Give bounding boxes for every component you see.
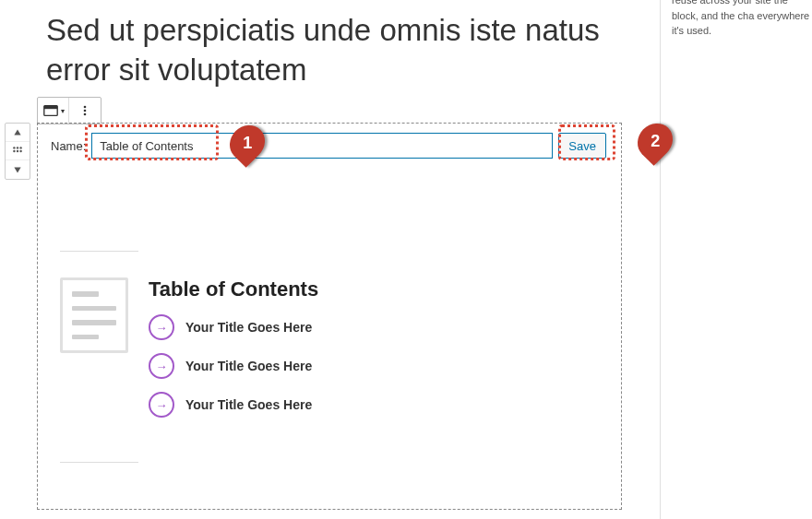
toc-heading[interactable]: Table of Contents bbox=[149, 277, 318, 301]
save-button[interactable]: Save bbox=[558, 133, 606, 159]
sidebar-panel: reuse across your site the block, and th… bbox=[660, 0, 812, 519]
toc-item-title[interactable]: Your Title Goes Here bbox=[185, 320, 312, 335]
drag-handle-icon[interactable] bbox=[6, 142, 30, 160]
sidebar-help-text: reuse across your site the block, and th… bbox=[672, 0, 812, 39]
toc-item-title[interactable]: Your Title Goes Here bbox=[185, 397, 312, 412]
arrow-right-icon: → bbox=[149, 353, 174, 379]
name-label: Name: bbox=[51, 139, 86, 153]
move-up-button[interactable] bbox=[6, 124, 30, 142]
toc-item-title[interactable]: Your Title Goes Here bbox=[185, 359, 312, 373]
name-row: Name: Save bbox=[51, 133, 608, 159]
page-title[interactable]: Sed ut perspiciatis unde omnis iste natu… bbox=[46, 11, 618, 90]
vertical-toolbar bbox=[5, 123, 30, 180]
caret-down-icon: ▾ bbox=[61, 107, 65, 115]
divider-top bbox=[60, 251, 138, 252]
svg-point-4 bbox=[17, 149, 18, 151]
svg-point-10 bbox=[84, 113, 87, 116]
document-icon bbox=[60, 277, 128, 353]
svg-point-9 bbox=[84, 110, 87, 112]
svg-rect-7 bbox=[43, 106, 56, 110]
list-item[interactable]: → Your Title Goes Here bbox=[149, 353, 318, 379]
block-type-button[interactable]: ▾ bbox=[38, 98, 69, 124]
svg-point-1 bbox=[17, 147, 18, 148]
divider-bottom bbox=[60, 462, 138, 463]
svg-point-8 bbox=[84, 106, 87, 109]
move-down-button[interactable] bbox=[6, 160, 30, 179]
reusable-block-container: Name: Save Table of Contents → Your Titl… bbox=[37, 123, 622, 510]
arrow-right-icon: → bbox=[149, 314, 174, 340]
svg-point-3 bbox=[13, 149, 15, 151]
toc-wrap: Table of Contents → Your Title Goes Here… bbox=[60, 277, 608, 431]
block-toolbar: ▾ bbox=[37, 97, 102, 124]
svg-point-2 bbox=[19, 147, 21, 148]
svg-point-5 bbox=[19, 149, 21, 151]
more-options-button[interactable] bbox=[69, 98, 101, 124]
block-content-area: Table of Contents → Your Title Goes Here… bbox=[51, 251, 608, 463]
arrow-right-icon: → bbox=[149, 392, 174, 418]
list-item[interactable]: → Your Title Goes Here bbox=[149, 392, 318, 418]
svg-point-0 bbox=[13, 147, 15, 148]
list-item[interactable]: → Your Title Goes Here bbox=[149, 314, 318, 340]
block-name-input[interactable] bbox=[91, 133, 553, 159]
toc-content: Table of Contents → Your Title Goes Here… bbox=[149, 277, 318, 431]
